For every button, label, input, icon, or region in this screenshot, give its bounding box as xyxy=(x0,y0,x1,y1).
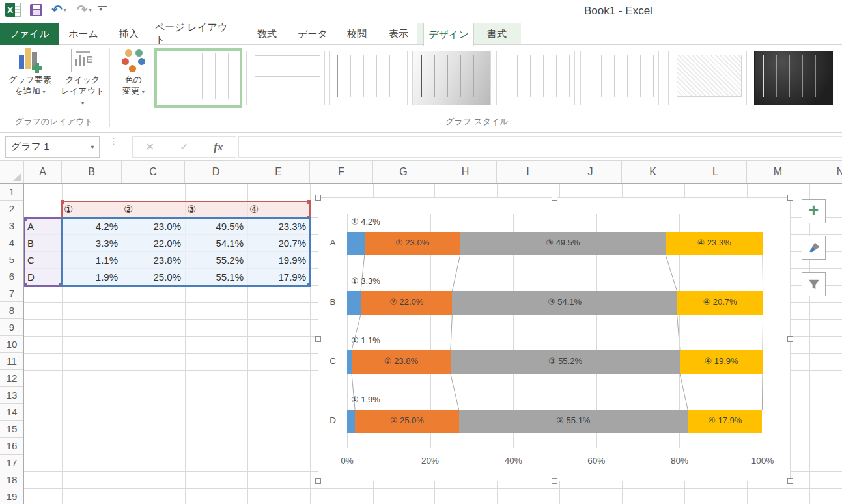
cell-value-C-3[interactable]: 55.2% xyxy=(185,251,247,268)
row-header-12[interactable]: 12 xyxy=(0,370,23,387)
cell-value-C-1[interactable]: 1.1% xyxy=(62,251,122,268)
column-header-A[interactable]: A xyxy=(24,161,62,183)
chart-style-4[interactable] xyxy=(412,51,491,105)
chart-style-5[interactable] xyxy=(496,51,575,105)
tab-page-layout[interactable]: ページ レイアウト xyxy=(155,23,233,45)
customize-qat-icon[interactable] xyxy=(98,6,107,14)
cell-value-B-1[interactable]: 3.3% xyxy=(62,234,122,251)
column-header-E[interactable]: E xyxy=(247,161,310,183)
row-header-8[interactable]: 8 xyxy=(0,302,23,319)
cell-value-D-4[interactable]: 17.9% xyxy=(247,268,310,285)
column-header-D[interactable]: D xyxy=(185,161,247,183)
chart-styles-button[interactable] xyxy=(802,236,826,260)
bar-segment-C-series-1[interactable] xyxy=(347,350,352,374)
row-header-15[interactable]: 15 xyxy=(0,421,23,438)
row-header-10[interactable]: 10 xyxy=(0,336,23,353)
column-header-L[interactable]: L xyxy=(684,161,747,183)
name-box[interactable]: グラフ 1 ▼ xyxy=(5,136,100,158)
chart-resize-handle-e[interactable] xyxy=(787,336,793,342)
row-header-13[interactable]: 13 xyxy=(0,387,23,404)
tab-design[interactable]: デザイン xyxy=(423,23,474,46)
chart-style-3[interactable] xyxy=(329,51,408,105)
formula-bar-drag-handle[interactable]: ⋮ xyxy=(109,138,116,144)
column-header-I[interactable]: I xyxy=(497,161,559,183)
chart-resize-handle-n[interactable] xyxy=(552,195,557,201)
bar-segment-D-series-1[interactable] xyxy=(347,410,355,433)
cell-value-B-2[interactable]: 22.0% xyxy=(122,234,185,251)
chart-style-7[interactable] xyxy=(668,51,747,105)
cell-category-B[interactable]: B xyxy=(24,234,62,251)
chart-elements-button[interactable]: + xyxy=(802,199,826,223)
chart-resize-handle-w[interactable] xyxy=(315,336,321,342)
column-header-H[interactable]: H xyxy=(434,161,497,183)
worksheet-grid[interactable]: 0%20%40%60%80%100%A① 4.2%② 23.0%③ 49.5%④… xyxy=(24,184,842,504)
save-button[interactable] xyxy=(30,4,42,16)
chart-style-1-selected[interactable] xyxy=(154,48,242,108)
cell-value-D-2[interactable]: 25.0% xyxy=(122,268,185,285)
chart-filters-button[interactable] xyxy=(802,272,826,296)
change-colors-button[interactable]: 色の 変更 ▾ xyxy=(115,47,152,115)
row-header-6[interactable]: 6 xyxy=(0,268,23,285)
tab-formulas[interactable]: 数式 xyxy=(251,23,283,45)
row-header-2[interactable]: 2 xyxy=(0,201,23,217)
cell-value-D-3[interactable]: 55.1% xyxy=(185,268,247,285)
redo-button[interactable]: ↷ ▾ xyxy=(77,3,92,16)
select-all-button[interactable] xyxy=(0,161,24,183)
column-header-G[interactable]: G xyxy=(373,161,434,183)
row-header-18[interactable]: 18 xyxy=(0,471,23,488)
insert-function-icon[interactable]: fx xyxy=(214,141,223,154)
cell-value-C-2[interactable]: 23.8% xyxy=(122,251,185,268)
cell-category-A[interactable]: A xyxy=(24,217,62,234)
column-header-K[interactable]: K xyxy=(622,161,684,183)
tab-insert[interactable]: 挿入 xyxy=(112,23,146,45)
cell-value-B-3[interactable]: 54.1% xyxy=(185,234,247,251)
cell-value-A-3[interactable]: 49.5% xyxy=(185,217,247,234)
column-header-J[interactable]: J xyxy=(559,161,622,183)
undo-dropdown-icon[interactable]: ▾ xyxy=(64,7,66,13)
row-header-17[interactable]: 17 xyxy=(0,455,23,471)
row-header-4[interactable]: 4 xyxy=(0,234,23,251)
chart-resize-handle-ne[interactable] xyxy=(787,195,793,201)
tab-format[interactable]: 書式 xyxy=(477,23,516,45)
chart-resize-handle-nw[interactable] xyxy=(315,195,321,201)
row-header-11[interactable]: 11 xyxy=(0,353,23,370)
bar-segment-B-series-1[interactable] xyxy=(347,291,361,315)
cell-header-4[interactable]: ④ xyxy=(247,201,310,217)
tab-file[interactable]: ファイル xyxy=(0,23,59,45)
tab-view[interactable]: 表示 xyxy=(382,23,415,45)
row-header-3[interactable]: 3 xyxy=(0,217,23,234)
quick-layout-button[interactable]: クイック レイアウト ▾ xyxy=(59,47,107,115)
bar-segment-A-series-1[interactable] xyxy=(347,232,365,255)
row-header-1[interactable]: 1 xyxy=(0,184,23,201)
row-header-9[interactable]: 9 xyxy=(0,319,23,336)
tab-data[interactable]: データ xyxy=(294,23,331,45)
column-header-F[interactable]: F xyxy=(310,161,373,183)
name-box-dropdown-icon[interactable]: ▼ xyxy=(86,144,99,150)
row-header-16[interactable]: 16 xyxy=(0,438,23,455)
row-header-5[interactable]: 5 xyxy=(0,251,23,268)
cell-header-1[interactable]: ① xyxy=(62,201,122,217)
cell-header-2[interactable]: ② xyxy=(122,201,185,217)
enter-icon[interactable]: ✓ xyxy=(180,141,188,153)
column-header-C[interactable]: C xyxy=(122,161,185,183)
row-header-19[interactable]: 19 xyxy=(0,488,23,504)
column-header-M[interactable]: M xyxy=(747,161,809,183)
chart-style-6[interactable] xyxy=(580,51,659,105)
chart-style-8[interactable] xyxy=(754,51,833,105)
chart-resize-handle-sw[interactable] xyxy=(315,478,321,484)
cell-category-D[interactable]: D xyxy=(24,268,62,285)
row-header-7[interactable]: 7 xyxy=(0,285,23,302)
column-header-N[interactable]: N xyxy=(809,161,842,183)
cell-value-D-1[interactable]: 1.9% xyxy=(62,268,122,285)
cell-category-C[interactable]: C xyxy=(24,251,62,268)
column-header-B[interactable]: B xyxy=(62,161,122,183)
stacked-bar-chart[interactable]: 0%20%40%60%80%100%A① 4.2%② 23.0%③ 49.5%④… xyxy=(318,197,791,481)
add-chart-element-button[interactable]: グラフ要素 を追加 ▾ xyxy=(4,47,56,115)
chart-style-2[interactable] xyxy=(246,51,325,105)
cell-value-A-4[interactable]: 23.3% xyxy=(247,217,310,234)
cell-header-3[interactable]: ③ xyxy=(185,201,247,217)
formula-input[interactable] xyxy=(238,136,842,158)
cell-value-A-2[interactable]: 23.0% xyxy=(122,217,185,234)
tab-home[interactable]: ホーム xyxy=(65,23,102,45)
chart-resize-handle-s[interactable] xyxy=(552,478,557,484)
